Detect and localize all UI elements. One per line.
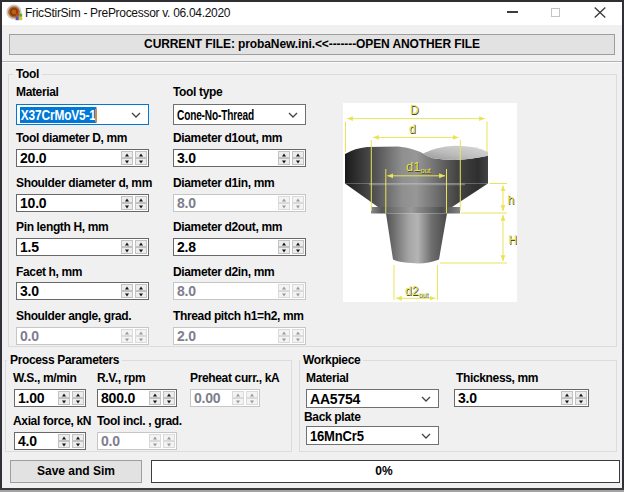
- svg-text:D: D: [410, 103, 419, 117]
- svg-text:H: H: [509, 233, 518, 247]
- svg-text:d2out: d2out: [405, 284, 428, 298]
- svg-text:d: d: [409, 122, 416, 136]
- svg-text:h: h: [508, 193, 515, 207]
